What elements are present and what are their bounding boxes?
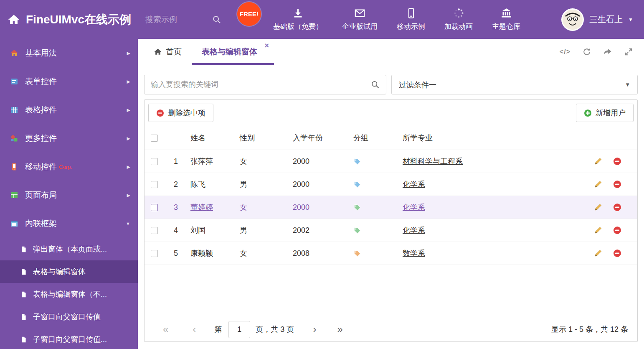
major-link[interactable]: 化学系 [403,225,425,235]
cell-year: 2000 [287,203,347,212]
sidebar-subitem-child-to-parent[interactable]: 子窗口向父窗口传值 [0,306,138,328]
form-icon [10,77,18,86]
major-link[interactable]: 化学系 [403,179,425,189]
sidebar-item-inline-frame[interactable]: 内联框架 ▼ [0,209,138,238]
cell-name: 刘国 [190,225,205,235]
last-page-icon[interactable]: » [337,324,342,334]
tab-actions: </> [560,39,633,65]
chevron-down-icon: ▼ [628,17,633,23]
sidebar-subitem-popup-window[interactable]: 弹出窗体（本页面或... [0,238,138,260]
sidebar-item-grid-controls[interactable]: 表格控件 ▶ [0,96,138,124]
free-badge: FREE! [237,2,261,26]
next-page-icon[interactable]: › [313,324,316,334]
sidebar-item-mobile-controls[interactable]: 移动控件 Corp. ▶ [0,153,138,181]
table-row-selected[interactable]: 3 董婷婷 女 2000 化学系 [145,196,637,219]
search-icon[interactable] [212,15,221,24]
corp-badge: Corp. [59,164,72,170]
row-checkbox[interactable] [151,204,158,211]
file-icon [20,336,27,343]
table-row[interactable]: 5 康颖颖 女 2008 数学系 [145,242,637,265]
column-header-gender[interactable]: 性别 [233,133,287,143]
delete-row-icon[interactable] [613,203,621,211]
table-row[interactable]: 2 陈飞 男 2000 化学系 [145,173,637,196]
top-search-input[interactable] [145,15,212,24]
open-in-new-window-icon[interactable] [603,47,612,56]
filter-row: 过滤条件一 ▼ [138,65,644,94]
nav-item-mobile-demo[interactable]: 移动示例 [397,8,425,31]
delete-row-icon[interactable] [613,157,621,166]
tag-icon [353,158,361,166]
delete-row-icon[interactable] [613,249,621,257]
table-row[interactable]: 1 张萍萍 女 2000 材料科学与工程系 [145,150,637,173]
table-row[interactable]: 4 刘国 男 2002 化学系 [145,219,637,242]
nav-item-enterprise-trial[interactable]: 企业版试用 [342,8,378,31]
user-name: 三生石上 [589,14,623,25]
delete-selected-button[interactable]: 删除选中项 [148,104,213,122]
edit-pencil-icon[interactable] [594,249,602,257]
sidebar-subitem-grid-edit-window-2[interactable]: 表格与编辑窗体（不... [0,283,138,306]
major-link[interactable]: 化学系 [403,202,425,212]
row-index: 5 [167,249,184,258]
close-icon[interactable]: × [264,42,269,49]
edit-pencil-icon[interactable] [594,203,602,211]
major-link[interactable]: 材料科学与工程系 [403,156,463,166]
cell-year: 2000 [287,157,347,166]
nav-item-basic-edition[interactable]: FREE! 基础版（免费） [273,8,323,31]
sidebar-subitem-label: 表格与编辑窗体（不... [33,289,107,299]
search-icon[interactable] [371,80,380,89]
first-page-icon[interactable]: « [163,324,168,334]
column-header-major[interactable]: 所学专业 [396,133,588,143]
delete-row-icon[interactable] [613,226,621,234]
tab-grid-edit-window[interactable]: 表格与编辑窗体 × [192,39,274,65]
select-all-checkbox[interactable] [151,135,158,142]
edit-pencil-icon[interactable] [594,180,602,189]
row-checkbox[interactable] [151,181,158,188]
refresh-icon[interactable] [582,47,591,56]
sidebar-item-page-layout[interactable]: 页面布局 ▶ [0,181,138,209]
chevron-right-icon: ▶ [127,79,130,84]
delete-row-icon[interactable] [613,180,621,189]
home-icon [154,48,162,56]
nav-item-loading-animation[interactable]: 加载动画 [444,8,473,31]
envelope-icon [354,8,365,19]
major-link[interactable]: 数学系 [403,248,425,258]
sidebar-subitem-label: 子窗口向父窗口传值 [33,312,101,322]
sidebar-subitem-grid-edit-window[interactable]: 表格与编辑窗体 [0,260,138,283]
download-icon [292,8,304,19]
edit-pencil-icon[interactable] [594,157,602,166]
sidebar-subitem-label: 子窗口向父窗口传值... [33,334,107,344]
source-code-icon[interactable]: </> [560,48,570,56]
home-logo-icon[interactable] [8,13,20,26]
sidebar-subitem-child-to-parent-2[interactable]: 子窗口向父窗口传值... [0,328,138,349]
row-checkbox[interactable] [151,227,158,234]
cell-gender: 男 [233,225,287,235]
page-number-input[interactable] [228,321,250,338]
fullscreen-icon[interactable] [624,47,633,56]
cell-gender: 男 [233,179,287,189]
tab-home[interactable]: 首页 [144,39,192,65]
sidebar-item-basic-usage[interactable]: 基本用法 ▶ [0,39,138,67]
filter-dropdown[interactable]: 过滤条件一 ▼ [391,75,638,94]
row-index: 3 [167,203,184,212]
nav-label: 主题仓库 [492,22,520,31]
sidebar-item-more-controls[interactable]: 更多控件 ▶ [0,124,138,153]
row-checkbox[interactable] [151,250,158,257]
sidebar-item-label: 内联框架 [25,218,57,229]
chevron-right-icon: ▶ [127,164,130,170]
minus-circle-icon [156,109,164,117]
row-checkbox[interactable] [151,158,158,165]
edit-pencil-icon[interactable] [594,226,602,234]
column-header-year[interactable]: 入学年份 [287,133,347,143]
keyword-search-input[interactable] [151,80,371,89]
sidebar-subitem-label: 弹出窗体（本页面或... [33,244,107,254]
add-user-button[interactable]: 新增用户 [576,104,634,122]
prev-page-icon[interactable]: ‹ [193,324,196,334]
column-header-group[interactable]: 分组 [347,133,396,143]
user-menu[interactable]: 三生石上 ▼ [561,8,633,31]
grid-toolbar: 删除选中项 新增用户 [145,100,637,126]
nav-label: 企业版试用 [342,22,378,31]
nav-item-theme-store[interactable]: 主题仓库 [492,8,520,31]
avatar-face [563,10,583,30]
sidebar-item-form-controls[interactable]: 表单控件 ▶ [0,67,138,96]
column-header-name[interactable]: 姓名 [184,133,233,143]
